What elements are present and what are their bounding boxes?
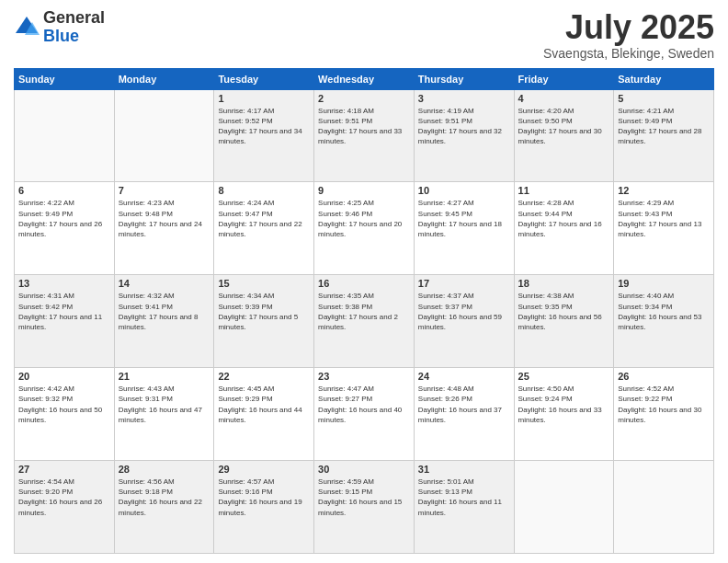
day-number: 6 bbox=[18, 185, 110, 196]
day-info: Sunrise: 4:28 AMSunset: 9:44 PMDaylight:… bbox=[518, 198, 610, 239]
day-number: 11 bbox=[518, 185, 610, 196]
calendar-cell bbox=[514, 461, 614, 554]
col-saturday: Saturday bbox=[614, 68, 714, 89]
title-block: July 2025 Svaengsta, Blekinge, Sweden bbox=[543, 9, 714, 61]
calendar-cell: 8Sunrise: 4:24 AMSunset: 9:47 PMDaylight… bbox=[214, 182, 314, 275]
day-info: Sunrise: 4:29 AMSunset: 9:43 PMDaylight:… bbox=[618, 198, 710, 239]
day-number: 24 bbox=[418, 371, 510, 382]
day-number: 10 bbox=[418, 185, 510, 196]
calendar-cell: 2Sunrise: 4:18 AMSunset: 9:51 PMDaylight… bbox=[314, 89, 415, 182]
day-info: Sunrise: 4:22 AMSunset: 9:49 PMDaylight:… bbox=[18, 198, 110, 239]
calendar-cell: 18Sunrise: 4:38 AMSunset: 9:35 PMDayligh… bbox=[514, 275, 614, 368]
day-info: Sunrise: 4:19 AMSunset: 9:51 PMDaylight:… bbox=[418, 106, 510, 147]
day-info: Sunrise: 4:50 AMSunset: 9:24 PMDaylight:… bbox=[518, 384, 610, 425]
calendar-cell: 16Sunrise: 4:35 AMSunset: 9:38 PMDayligh… bbox=[314, 275, 415, 368]
day-info: Sunrise: 4:20 AMSunset: 9:50 PMDaylight:… bbox=[518, 106, 610, 147]
day-number: 18 bbox=[518, 278, 610, 289]
calendar-cell: 1Sunrise: 4:17 AMSunset: 9:52 PMDaylight… bbox=[214, 89, 314, 182]
day-number: 29 bbox=[218, 464, 310, 475]
calendar-cell bbox=[614, 461, 714, 554]
day-info: Sunrise: 4:54 AMSunset: 9:20 PMDaylight:… bbox=[18, 477, 110, 518]
day-info: Sunrise: 4:42 AMSunset: 9:32 PMDaylight:… bbox=[18, 384, 110, 425]
calendar-cell: 15Sunrise: 4:34 AMSunset: 9:39 PMDayligh… bbox=[214, 275, 314, 368]
day-info: Sunrise: 4:45 AMSunset: 9:29 PMDaylight:… bbox=[218, 384, 310, 425]
day-number: 3 bbox=[418, 93, 510, 104]
calendar-cell: 29Sunrise: 4:57 AMSunset: 9:16 PMDayligh… bbox=[214, 461, 314, 554]
calendar-week-row: 20Sunrise: 4:42 AMSunset: 9:32 PMDayligh… bbox=[15, 368, 714, 461]
day-number: 26 bbox=[618, 371, 710, 382]
calendar-week-row: 6Sunrise: 4:22 AMSunset: 9:49 PMDaylight… bbox=[15, 182, 714, 275]
day-number: 13 bbox=[18, 278, 110, 289]
col-sunday: Sunday bbox=[15, 68, 115, 89]
calendar-week-row: 13Sunrise: 4:31 AMSunset: 9:42 PMDayligh… bbox=[15, 275, 714, 368]
day-number: 9 bbox=[318, 185, 410, 196]
day-info: Sunrise: 4:21 AMSunset: 9:49 PMDaylight:… bbox=[618, 106, 710, 147]
logo-text: General Blue bbox=[43, 9, 105, 46]
day-info: Sunrise: 4:56 AMSunset: 9:18 PMDaylight:… bbox=[119, 477, 210, 518]
calendar-cell: 17Sunrise: 4:37 AMSunset: 9:37 PMDayligh… bbox=[414, 275, 514, 368]
day-number: 19 bbox=[618, 278, 710, 289]
day-number: 2 bbox=[318, 93, 410, 104]
calendar-cell bbox=[15, 89, 115, 182]
day-info: Sunrise: 4:32 AMSunset: 9:41 PMDaylight:… bbox=[119, 291, 210, 332]
calendar-cell: 3Sunrise: 4:19 AMSunset: 9:51 PMDaylight… bbox=[414, 89, 514, 182]
col-wednesday: Wednesday bbox=[314, 68, 415, 89]
day-number: 1 bbox=[218, 93, 310, 104]
calendar-cell: 24Sunrise: 4:48 AMSunset: 9:26 PMDayligh… bbox=[414, 368, 514, 461]
month-title: July 2025 bbox=[543, 9, 714, 46]
day-info: Sunrise: 4:57 AMSunset: 9:16 PMDaylight:… bbox=[218, 477, 310, 518]
logo-icon bbox=[14, 15, 40, 40]
header: General Blue July 2025 Svaengsta, Blekin… bbox=[14, 9, 714, 61]
calendar-cell: 23Sunrise: 4:47 AMSunset: 9:27 PMDayligh… bbox=[314, 368, 415, 461]
day-number: 21 bbox=[119, 371, 210, 382]
day-number: 8 bbox=[218, 185, 310, 196]
day-info: Sunrise: 4:18 AMSunset: 9:51 PMDaylight:… bbox=[318, 106, 410, 147]
day-info: Sunrise: 4:17 AMSunset: 9:52 PMDaylight:… bbox=[218, 106, 310, 147]
calendar-cell: 22Sunrise: 4:45 AMSunset: 9:29 PMDayligh… bbox=[214, 368, 314, 461]
calendar-cell: 27Sunrise: 4:54 AMSunset: 9:20 PMDayligh… bbox=[15, 461, 115, 554]
day-info: Sunrise: 4:23 AMSunset: 9:48 PMDaylight:… bbox=[119, 198, 210, 239]
calendar-cell: 20Sunrise: 4:42 AMSunset: 9:32 PMDayligh… bbox=[15, 368, 115, 461]
logo-general: General bbox=[43, 8, 105, 27]
calendar-cell: 28Sunrise: 4:56 AMSunset: 9:18 PMDayligh… bbox=[114, 461, 214, 554]
day-info: Sunrise: 4:25 AMSunset: 9:46 PMDaylight:… bbox=[318, 198, 410, 239]
calendar-cell: 19Sunrise: 4:40 AMSunset: 9:34 PMDayligh… bbox=[614, 275, 714, 368]
col-monday: Monday bbox=[114, 68, 214, 89]
day-number: 5 bbox=[618, 93, 710, 104]
day-number: 27 bbox=[18, 464, 110, 475]
day-number: 15 bbox=[218, 278, 310, 289]
day-number: 30 bbox=[318, 464, 410, 475]
day-number: 31 bbox=[418, 464, 510, 475]
col-thursday: Thursday bbox=[414, 68, 514, 89]
day-info: Sunrise: 4:27 AMSunset: 9:45 PMDaylight:… bbox=[418, 198, 510, 239]
calendar-cell: 6Sunrise: 4:22 AMSunset: 9:49 PMDaylight… bbox=[15, 182, 115, 275]
logo: General Blue bbox=[14, 9, 105, 46]
day-info: Sunrise: 4:43 AMSunset: 9:31 PMDaylight:… bbox=[119, 384, 210, 425]
calendar-table: Sunday Monday Tuesday Wednesday Thursday… bbox=[14, 68, 714, 554]
day-info: Sunrise: 4:38 AMSunset: 9:35 PMDaylight:… bbox=[518, 291, 610, 332]
day-number: 28 bbox=[119, 464, 210, 475]
day-number: 12 bbox=[618, 185, 710, 196]
calendar-cell bbox=[114, 89, 214, 182]
calendar-cell: 13Sunrise: 4:31 AMSunset: 9:42 PMDayligh… bbox=[15, 275, 115, 368]
calendar-cell: 26Sunrise: 4:52 AMSunset: 9:22 PMDayligh… bbox=[614, 368, 714, 461]
day-info: Sunrise: 4:37 AMSunset: 9:37 PMDaylight:… bbox=[418, 291, 510, 332]
day-number: 23 bbox=[318, 371, 410, 382]
day-number: 22 bbox=[218, 371, 310, 382]
calendar-cell: 4Sunrise: 4:20 AMSunset: 9:50 PMDaylight… bbox=[514, 89, 614, 182]
calendar-cell: 12Sunrise: 4:29 AMSunset: 9:43 PMDayligh… bbox=[614, 182, 714, 275]
calendar-cell: 11Sunrise: 4:28 AMSunset: 9:44 PMDayligh… bbox=[514, 182, 614, 275]
calendar-week-row: 1Sunrise: 4:17 AMSunset: 9:52 PMDaylight… bbox=[15, 89, 714, 182]
calendar-cell: 25Sunrise: 4:50 AMSunset: 9:24 PMDayligh… bbox=[514, 368, 614, 461]
calendar-cell: 7Sunrise: 4:23 AMSunset: 9:48 PMDaylight… bbox=[114, 182, 214, 275]
day-info: Sunrise: 4:48 AMSunset: 9:26 PMDaylight:… bbox=[418, 384, 510, 425]
day-number: 7 bbox=[119, 185, 210, 196]
day-info: Sunrise: 4:34 AMSunset: 9:39 PMDaylight:… bbox=[218, 291, 310, 332]
calendar-cell: 21Sunrise: 4:43 AMSunset: 9:31 PMDayligh… bbox=[114, 368, 214, 461]
location: Svaengsta, Blekinge, Sweden bbox=[543, 46, 714, 61]
calendar-cell: 31Sunrise: 5:01 AMSunset: 9:13 PMDayligh… bbox=[414, 461, 514, 554]
col-tuesday: Tuesday bbox=[214, 68, 314, 89]
day-info: Sunrise: 4:52 AMSunset: 9:22 PMDaylight:… bbox=[618, 384, 710, 425]
day-number: 16 bbox=[318, 278, 410, 289]
calendar-cell: 9Sunrise: 4:25 AMSunset: 9:46 PMDaylight… bbox=[314, 182, 415, 275]
